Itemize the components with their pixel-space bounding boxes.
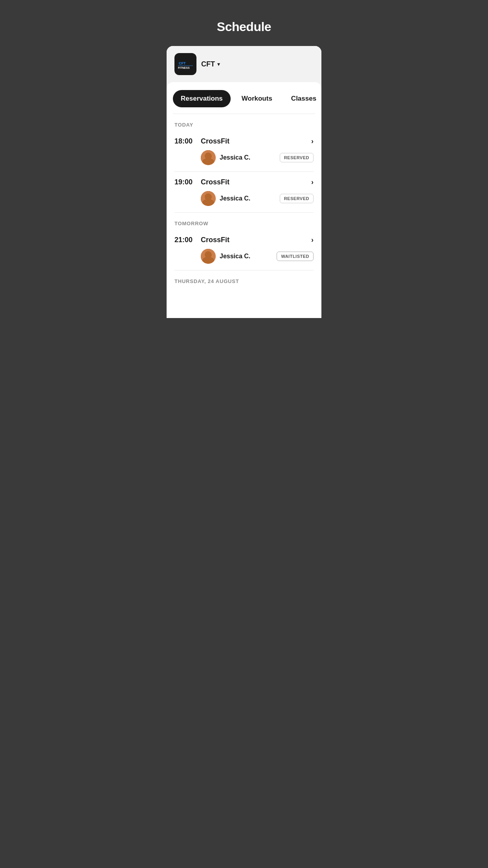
cft-logo-icon: CFT FITNESS [176, 55, 194, 73]
gym-name-label: CFT [201, 60, 215, 68]
svg-text:FITNESS: FITNESS [178, 66, 190, 69]
tab-classes[interactable]: Classes [283, 90, 321, 107]
instructor-name-2100: Jessica C. [220, 253, 273, 260]
class-time-2100: 21:00 [174, 236, 196, 244]
tabs-bar: Reservations Workouts Classes App [167, 90, 321, 107]
instructor-row-1800: Jessica C. RESERVED [174, 147, 314, 171]
class-row-1800[interactable]: 18:00 CrossFit › [174, 131, 314, 147]
class-item-2100: 21:00 CrossFit › Jessica C. WAITLISTED [167, 230, 321, 270]
gym-selector[interactable]: CFT ▾ [201, 60, 220, 68]
instructor-row-1900: Jessica C. RESERVED [174, 188, 314, 212]
chevron-right-icon-1800: › [311, 137, 314, 145]
avatar-1900 [201, 191, 216, 206]
card-container: CFT FITNESS CFT ▾ Reservations Workouts [167, 46, 321, 318]
section-today-label: TODAY [167, 114, 321, 131]
avatar-2100 [201, 249, 216, 264]
phone-container: Schedule CFT FITNESS CFT ▾ Reserv [163, 0, 325, 318]
svg-rect-3 [178, 65, 193, 66]
instructor-name-1800: Jessica C. [220, 154, 276, 161]
status-badge-2100: WAITLISTED [277, 252, 314, 261]
class-item-1800: 18:00 CrossFit › Jessica C. RESERVED [167, 131, 321, 171]
instructor-name-1900: Jessica C. [220, 195, 276, 202]
tab-reservations[interactable]: Reservations [173, 90, 231, 107]
svg-text:CFT: CFT [179, 61, 186, 65]
class-name-1800: CrossFit [201, 137, 306, 145]
class-name-1900: CrossFit [201, 178, 306, 186]
class-time-1800: 18:00 [174, 137, 196, 145]
class-row-1900[interactable]: 19:00 CrossFit › [174, 172, 314, 188]
class-time-1900: 19:00 [174, 178, 196, 186]
chevron-right-icon-1900: › [311, 178, 314, 186]
class-item-1900: 19:00 CrossFit › Jessica C. RESERVED [167, 172, 321, 212]
chevron-right-icon-2100: › [311, 236, 314, 244]
class-name-2100: CrossFit [201, 236, 306, 244]
schedule-card: Reservations Workouts Classes App TODAY … [167, 82, 321, 318]
page-title: Schedule [163, 0, 325, 46]
avatar-1800 [201, 150, 216, 165]
gym-logo: CFT FITNESS [174, 53, 196, 75]
instructor-row-2100: Jessica C. WAITLISTED [174, 246, 314, 270]
status-badge-1800: RESERVED [280, 153, 314, 162]
gym-dropdown-icon: ▾ [217, 61, 220, 67]
tab-workouts[interactable]: Workouts [234, 90, 280, 107]
class-row-2100[interactable]: 21:00 CrossFit › [174, 230, 314, 246]
section-tomorrow-label: TOMORROW [167, 213, 321, 230]
gym-header: CFT FITNESS CFT ▾ [167, 46, 321, 82]
status-badge-1900: RESERVED [280, 194, 314, 203]
section-thursday-label: THURSDAY, 24 AUGUST [167, 270, 321, 287]
